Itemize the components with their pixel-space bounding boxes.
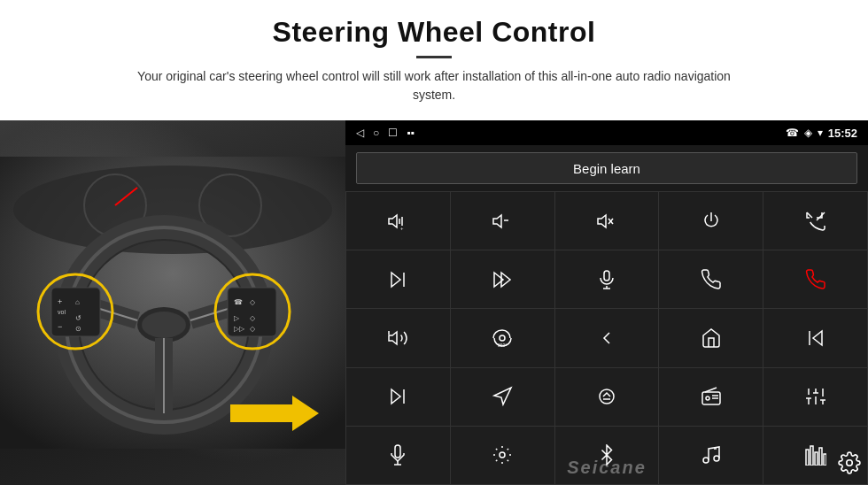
svg-text:vol: vol <box>58 309 66 315</box>
svg-marker-38 <box>598 215 606 227</box>
back-button[interactable] <box>555 309 659 366</box>
mic-button[interactable] <box>555 250 659 308</box>
power-button[interactable] <box>659 192 763 250</box>
vol-down-button[interactable] <box>451 192 554 250</box>
svg-marker-36 <box>493 215 501 227</box>
svg-text:◇: ◇ <box>250 298 256 306</box>
status-time: 15:52 <box>828 127 857 140</box>
svg-marker-60 <box>494 388 511 404</box>
equalizer-button[interactable] <box>763 368 867 426</box>
skip-forward-button[interactable] <box>346 250 450 308</box>
wifi-status-icon: ▾ <box>818 127 823 139</box>
settings-button[interactable] <box>451 427 554 484</box>
next-track-button[interactable] <box>346 368 450 426</box>
svg-text:⊙: ⊙ <box>75 325 81 333</box>
svg-text:↺: ↺ <box>75 314 81 322</box>
svg-rect-83 <box>810 446 813 466</box>
back-nav-icon[interactable]: ◁ <box>356 127 364 139</box>
vol-up-button[interactable]: + <box>346 192 450 250</box>
svg-text:360°: 360° <box>498 343 507 348</box>
svg-text:☎: ☎ <box>234 298 243 306</box>
svg-point-78 <box>500 452 505 458</box>
rewind-button[interactable] <box>763 309 867 366</box>
svg-text:+: + <box>58 297 62 306</box>
home-nav-icon[interactable]: ○ <box>373 127 379 139</box>
android-panel: ◁ ○ ☐ ▪▪ ☎ ◈ ▾ 15:52 Begin learn <box>345 120 868 485</box>
settings-gear-icon[interactable] <box>838 451 861 480</box>
svg-text:◇: ◇ <box>250 325 256 333</box>
header-section: Steering Wheel Control Your original car… <box>0 0 868 112</box>
svg-line-42 <box>817 212 825 220</box>
svg-line-43 <box>807 212 812 218</box>
svg-marker-52 <box>389 332 397 344</box>
begin-learn-button[interactable]: Begin learn <box>356 152 857 184</box>
svg-text:+: + <box>400 226 404 231</box>
svg-text:▷: ▷ <box>234 314 240 322</box>
svg-rect-84 <box>815 452 818 466</box>
svg-rect-82 <box>806 450 809 466</box>
status-bar-left: ◁ ○ ☐ ▪▪ <box>356 127 415 139</box>
svg-point-80 <box>714 456 719 461</box>
subtitle-text: Your original car's steering wheel contr… <box>124 67 744 104</box>
recents-nav-icon[interactable]: ☐ <box>388 127 398 139</box>
status-bar-right: ☎ ◈ ▾ 15:52 <box>786 127 857 140</box>
svg-rect-49 <box>604 271 609 281</box>
fast-forward-button[interactable] <box>451 250 554 308</box>
svg-point-87 <box>847 460 853 466</box>
svg-marker-58 <box>391 389 400 404</box>
end-call-button[interactable] <box>763 250 867 308</box>
mic2-button[interactable] <box>346 427 450 484</box>
svg-point-64 <box>706 396 709 400</box>
phone-prev-button[interactable] <box>763 192 867 250</box>
icon-grid: + <box>345 191 868 485</box>
radio-button[interactable] <box>659 368 763 426</box>
phone-status-icon: ☎ <box>786 127 799 139</box>
svg-marker-44 <box>391 273 400 287</box>
music-button[interactable] <box>659 427 763 484</box>
content-row: + vol ⌂ − ↺ ⊙ ☎ ◇ ▷ ◇ ▷▷ ◇ <box>0 120 868 485</box>
page-wrapper: Steering Wheel Control Your original car… <box>0 0 868 485</box>
svg-text:⌂: ⌂ <box>75 298 80 306</box>
bluetooth-button[interactable] <box>555 427 659 484</box>
svg-point-79 <box>703 458 709 463</box>
svg-rect-86 <box>824 454 826 466</box>
svg-text:◇: ◇ <box>250 314 256 322</box>
horn-button[interactable] <box>346 309 450 366</box>
car-image-panel: + vol ⌂ − ↺ ⊙ ☎ ◇ ▷ ◇ ▷▷ ◇ <box>0 120 345 485</box>
svg-point-54 <box>500 335 505 341</box>
svg-rect-85 <box>819 448 822 466</box>
phone-button[interactable] <box>659 250 763 308</box>
status-bar: ◁ ○ ☐ ▪▪ ☎ ◈ ▾ 15:52 <box>345 120 868 145</box>
location-status-icon: ◈ <box>804 127 812 139</box>
steering-wheel-svg: + vol ⌂ − ↺ ⊙ ☎ ◇ ▷ ◇ ▷▷ ◇ <box>0 120 345 485</box>
svg-text:−: − <box>58 322 62 331</box>
signal-icon: ▪▪ <box>407 127 415 139</box>
begin-learn-row: Begin learn <box>345 145 868 191</box>
svg-point-9 <box>142 312 186 338</box>
svg-marker-56 <box>813 331 822 345</box>
navigate-button[interactable] <box>451 368 554 426</box>
title-divider <box>416 56 452 58</box>
camera-360-button[interactable]: 360° <box>451 309 554 366</box>
svg-text:▷▷: ▷▷ <box>234 325 245 333</box>
home-button[interactable] <box>659 309 763 366</box>
svg-point-61 <box>600 389 614 404</box>
svg-marker-32 <box>389 215 397 227</box>
eject-button[interactable] <box>555 368 659 426</box>
mute-button[interactable] <box>555 192 659 250</box>
page-title: Steering Wheel Control <box>35 16 833 49</box>
